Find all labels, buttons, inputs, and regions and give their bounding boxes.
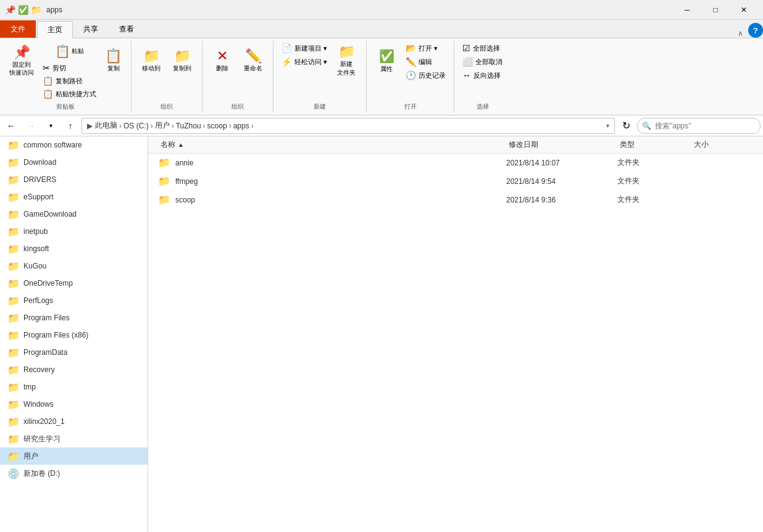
col-header-size[interactable]: 大小: [691, 139, 753, 150]
sidebar-item-xilinx[interactable]: 📁 xilinx2020_1: [0, 413, 148, 430]
delete-label: 删除: [216, 64, 228, 73]
folder-icon: 📁: [7, 330, 20, 341]
open-label: 打开: [404, 102, 417, 111]
copypath-icon: 📋: [43, 76, 53, 86]
sidebar-item-user[interactable]: 📁 用户: [0, 447, 148, 465]
sidebar-item-kingsoft[interactable]: 📁 kingsoft: [0, 240, 148, 257]
invert-select-button[interactable]: ↔ 反向选择: [459, 69, 506, 81]
forward-button[interactable]: →: [22, 117, 40, 135]
address-bar: ← → ▾ ↑ ▶ 此电脑 › OS (C:) › 用户 › TuZhou › …: [0, 115, 763, 136]
sidebar-label-programfilesx86: Program Files (x86): [23, 331, 88, 339]
sidebar-item-esupport[interactable]: 📁 eSupport: [0, 188, 148, 206]
newfolder-icon: 📁: [338, 45, 355, 59]
ribbon-collapse-btn[interactable]: ∧: [738, 29, 743, 38]
folder-icon: 📁: [7, 139, 20, 151]
cut-icon: ✂: [43, 63, 50, 73]
properties-label: 属性: [380, 65, 393, 73]
folder-icon: 📁: [7, 209, 20, 220]
sidebar-item-programfiles[interactable]: 📁 Program Files: [0, 309, 148, 326]
back-button[interactable]: ←: [2, 117, 20, 135]
folder-icon: 📁: [7, 399, 20, 410]
clipboard-small-btns: ✂ 剪切 📋 复制路径 📋 粘贴快捷方式: [40, 62, 99, 100]
close-button[interactable]: ✕: [730, 0, 758, 20]
sidebar-item-tmp[interactable]: 📁 tmp: [0, 378, 148, 396]
sidebar-label-download: Download: [23, 158, 56, 167]
edit-button[interactable]: ✏️ 编辑: [402, 56, 449, 68]
sidebar-item-programfilesx86[interactable]: 📁 Program Files (x86): [0, 326, 148, 344]
col-header-name[interactable]: 名称 ▲: [158, 139, 506, 150]
sidebar-label-tmp: tmp: [23, 383, 36, 391]
sidebar-item-common-software[interactable]: 📁 common software: [0, 136, 148, 154]
delete-icon: ✕: [217, 49, 228, 63]
easyaccess-icon: ⚡: [281, 57, 292, 67]
file-row-ffmpeg[interactable]: 📁 ffmpeg 2021/8/14 9:54 文件夹: [148, 172, 763, 191]
sidebar-item-new-volume[interactable]: 💿 新加卷 (D:): [0, 465, 148, 482]
rename-button[interactable]: ✏️ 重命名: [238, 42, 268, 80]
path-segment-3: TuZhou: [176, 122, 201, 130]
sidebar-label-new-volume: 新加卷 (D:): [23, 468, 60, 479]
sidebar-item-windows[interactable]: 📁 Windows: [0, 396, 148, 413]
tab-home[interactable]: 主页: [37, 21, 73, 38]
col-header-date[interactable]: 修改日期: [506, 139, 617, 150]
search-input[interactable]: [637, 118, 761, 134]
delete-button[interactable]: ✕ 删除: [207, 42, 237, 80]
sidebar-item-study[interactable]: 📁 研究生学习: [0, 430, 148, 447]
sidebar-item-kugou[interactable]: 📁 KuGou: [0, 257, 148, 275]
newfolder-button[interactable]: 📁 新建文件夹: [331, 42, 361, 80]
paste-button[interactable]: 📋 粘贴: [40, 42, 99, 60]
sidebar-item-download[interactable]: 📁 Download: [0, 154, 148, 171]
pasteshortcut-label: 粘贴快捷方式: [56, 89, 96, 99]
sidebar-item-programdata[interactable]: 📁 ProgramData: [0, 344, 148, 361]
pin-icon: 📌: [14, 46, 30, 59]
properties-button[interactable]: ✅ 属性: [372, 42, 401, 80]
sidebar-item-recovery[interactable]: 📁 Recovery: [0, 361, 148, 378]
copy-path-button[interactable]: 📋 复制路径: [40, 75, 99, 87]
search-container: 🔍: [637, 118, 761, 134]
sidebar-item-inetpub[interactable]: 📁 inetpub: [0, 223, 148, 240]
easy-access-button[interactable]: ⚡ 轻松访问 ▾: [278, 56, 330, 68]
file-type-ffmpeg: 文件夹: [617, 176, 691, 186]
sidebar-label-common-software: common software: [23, 141, 82, 149]
select-none-button[interactable]: ⬜ 全部取消: [459, 56, 506, 68]
folder-icon: 📁: [158, 157, 170, 168]
copyto-button[interactable]: 📁 复制到: [167, 42, 197, 80]
newitem-label: 新建项目 ▾: [294, 44, 327, 53]
tab-view[interactable]: 查看: [109, 20, 144, 38]
sidebar-label-programdata: ProgramData: [23, 348, 67, 357]
sidebar-item-perflogs[interactable]: 📁 PerfLogs: [0, 292, 148, 309]
sidebar-item-onedrivetemp[interactable]: 📁 OneDriveTemp: [0, 275, 148, 292]
maximize-button[interactable]: □: [701, 0, 730, 20]
sidebar-label-esupport: eSupport: [23, 193, 54, 201]
col-header-type[interactable]: 类型: [617, 139, 691, 150]
paste-shortcut-button[interactable]: 📋 粘贴快捷方式: [40, 88, 99, 100]
properties-icon: ✅: [379, 49, 394, 64]
copyto-icon: 📁: [174, 49, 191, 63]
address-path[interactable]: ▶ 此电脑 › OS (C:) › 用户 › TuZhou › scoop › …: [81, 118, 615, 134]
up-button[interactable]: ↑: [62, 117, 79, 135]
new-item-button[interactable]: 📄 新建项目 ▾: [278, 42, 330, 54]
moveto-button[interactable]: 📁 移动到: [136, 42, 166, 80]
copy-button[interactable]: 📋 复制: [101, 42, 126, 80]
path-home-icon: ▶: [87, 122, 93, 130]
recent-button[interactable]: ▾: [42, 117, 59, 135]
folder-icon: 📁: [7, 243, 20, 255]
history-button[interactable]: 🕐 历史记录: [402, 69, 449, 81]
paste-label: 粘贴: [72, 47, 84, 56]
open-button[interactable]: 📂 打开 ▾: [402, 42, 449, 54]
file-row-scoop[interactable]: 📁 scoop 2021/8/14 9:36 文件夹: [148, 191, 763, 209]
sidebar-item-gamedownload[interactable]: 📁 GameDownload: [0, 206, 148, 223]
file-row-annie[interactable]: 📁 annie 2021/8/14 10:07 文件夹: [148, 154, 763, 172]
folder-icon: 📁: [158, 194, 170, 206]
ribbon-group-select: ☑ 全部选择 ⬜ 全部取消 ↔ 反向选择 选择: [454, 41, 511, 112]
minimize-button[interactable]: ─: [673, 0, 701, 20]
new-label: 新建: [314, 102, 326, 111]
refresh-button[interactable]: ↻: [617, 117, 635, 135]
tab-file[interactable]: 文件: [0, 20, 36, 38]
help-button[interactable]: ?: [748, 23, 763, 38]
select-all-button[interactable]: ☑ 全部选择: [459, 42, 506, 54]
tab-share[interactable]: 共享: [73, 20, 109, 38]
select-label: 选择: [477, 102, 489, 111]
pin-quickaccess-button[interactable]: 📌 固定到快速访问: [5, 42, 38, 80]
cut-button[interactable]: ✂ 剪切: [40, 62, 99, 74]
sidebar-item-drivers[interactable]: 📁 DRIVERS: [0, 171, 148, 188]
